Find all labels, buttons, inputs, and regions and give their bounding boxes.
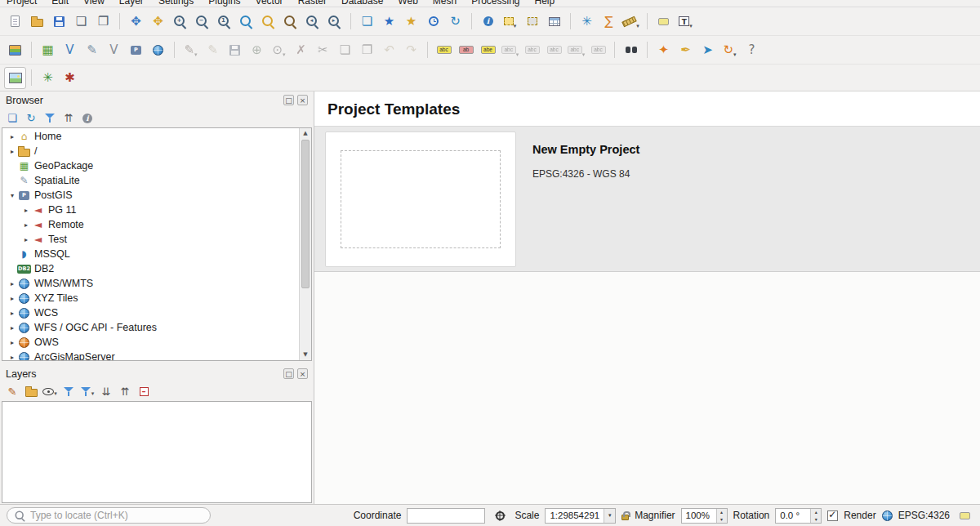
browser-item-wfs-ogc-api[interactable]: ▸WFS / OGC API - Features	[2, 320, 299, 335]
save-project-button[interactable]	[48, 11, 70, 33]
toggle-editing-button[interactable]: ✎	[202, 39, 224, 61]
browser-item-arcgis-map-server[interactable]: ▸ArcGisMapServer	[2, 350, 299, 360]
expander-icon[interactable]: ▸	[21, 236, 31, 243]
zoom-native-button[interactable]	[213, 11, 235, 33]
undo-button[interactable]: ↶	[378, 39, 400, 61]
zoom-last-button[interactable]	[301, 11, 323, 33]
extents-button[interactable]	[491, 506, 509, 524]
layer-labeling-button[interactable]	[433, 39, 455, 61]
add-group-button[interactable]	[22, 383, 40, 400]
filter-by-expression-button[interactable]: ▾	[78, 383, 96, 400]
manage-map-themes-button[interactable]: ▾	[41, 383, 59, 400]
browser-item-wms-wmts[interactable]: ▸WMS/WMTS	[2, 276, 299, 291]
float-panel-button[interactable]: □	[283, 95, 294, 105]
lock-scale-icon[interactable]	[621, 515, 629, 520]
close-panel-button[interactable]: ×	[297, 368, 308, 379]
magnifier-spinner[interactable]: 100% ▴▾	[681, 508, 728, 524]
current-edits-button[interactable]: ✎▾	[180, 39, 202, 61]
menu-project[interactable]: Project	[7, 0, 37, 7]
plugin-tool-1-button[interactable]: ✳	[37, 67, 59, 89]
expander-icon[interactable]: ▸	[7, 295, 17, 302]
menu-view[interactable]: View	[83, 0, 105, 7]
add-selected-layers-button[interactable]: ❏	[3, 109, 21, 127]
add-wms-layer-button[interactable]	[147, 39, 169, 61]
browser-item-home[interactable]: ▸⌂Home	[2, 129, 299, 144]
highlight-pinned-labels-button[interactable]	[477, 39, 499, 61]
run-model-button[interactable]: ➤	[697, 39, 719, 61]
browser-scrollbar[interactable]: ▲ ▼	[299, 128, 311, 360]
temporal-controller-button[interactable]	[422, 11, 444, 33]
python-console-button[interactable]: ✒	[675, 39, 697, 61]
browser-item-spatialite[interactable]: ✎SpatiaLite	[2, 173, 299, 188]
open-project-button[interactable]	[26, 11, 48, 33]
zoom-to-layer-button[interactable]	[279, 11, 301, 33]
locate-box[interactable]	[7, 507, 211, 524]
browser-item-wcs[interactable]: ▸WCS	[2, 305, 299, 320]
new-spatialite-layer-button[interactable]: ✎	[81, 39, 103, 61]
cut-features-button[interactable]: ✂	[312, 39, 334, 61]
browser-item-xyz-tiles[interactable]: ▸XYZ Tiles	[2, 291, 299, 305]
expander-icon[interactable]: ▸	[7, 354, 17, 361]
filter-legend-button[interactable]	[60, 383, 78, 400]
browser-item-postgis[interactable]: ▾PostGIS	[2, 188, 299, 203]
text-annotation-button[interactable]: ▾	[675, 11, 697, 33]
expander-icon[interactable]: ▸	[7, 133, 17, 140]
statistics-summary-button[interactable]: ∑	[598, 11, 620, 33]
menu-database[interactable]: Database	[341, 0, 383, 7]
zoom-in-button[interactable]	[169, 11, 191, 33]
close-panel-button[interactable]: ×	[297, 95, 308, 105]
collapse-all-layers-button[interactable]: ⇈	[116, 383, 134, 400]
render-checkbox[interactable]	[827, 510, 838, 521]
browser-item-root[interactable]: ▸/	[2, 144, 299, 158]
move-label-button[interactable]	[543, 39, 565, 61]
paste-features-button[interactable]: ❐	[356, 39, 378, 61]
collapse-all-button[interactable]: ⇈	[60, 109, 78, 127]
redo-button[interactable]: ↷	[400, 39, 422, 61]
expander-icon[interactable]: ▸	[7, 148, 17, 155]
deselect-features-button[interactable]	[521, 11, 543, 33]
show-bookmarks-button[interactable]: ★	[378, 11, 400, 33]
new-bookmark-button[interactable]: ★	[400, 11, 422, 33]
change-label-properties-button[interactable]	[587, 39, 609, 61]
expander-icon[interactable]: ▾	[7, 192, 17, 199]
menu-mesh[interactable]: Mesh	[433, 0, 457, 7]
osm-place-search-button[interactable]	[620, 39, 642, 61]
plugin-reloader-button[interactable]: ↻▾	[719, 39, 741, 61]
show-layout-manager-button[interactable]: ❐	[92, 11, 114, 33]
menu-web[interactable]: Web	[398, 0, 417, 7]
browser-item-db2[interactable]: DB2	[2, 261, 299, 276]
plugin-tool-2-button[interactable]: ✱	[59, 67, 81, 89]
locate-input[interactable]	[30, 510, 203, 521]
chevron-down-icon[interactable]: ▾	[604, 509, 615, 523]
save-layer-edits-button[interactable]	[224, 39, 246, 61]
browser-item-test[interactable]: ▸◄Test	[2, 232, 299, 247]
browser-item-mssql[interactable]: ◗MSSQL	[2, 247, 299, 261]
expander-icon[interactable]: ▸	[7, 280, 17, 288]
expand-all-button[interactable]: ⇊	[97, 383, 115, 400]
expander-icon[interactable]: ▸	[7, 324, 17, 332]
layers-list[interactable]	[2, 401, 312, 503]
scrollbar-thumb[interactable]	[301, 140, 310, 288]
menu-help[interactable]: Help	[535, 0, 555, 7]
messages-button[interactable]	[956, 506, 973, 524]
new-map-view-button[interactable]: ❏	[356, 11, 378, 33]
pan-map-button[interactable]: ✥	[125, 11, 147, 33]
spin-up-icon[interactable]: ▴	[811, 509, 821, 516]
identify-features-button[interactable]	[477, 11, 499, 33]
new-virtual-layer-button[interactable]: V	[103, 39, 125, 61]
open-attribute-table-button[interactable]	[543, 11, 565, 33]
map-tips-button[interactable]	[653, 11, 675, 33]
select-features-button[interactable]: ▾	[499, 11, 521, 33]
add-postgis-layer-button[interactable]	[125, 39, 147, 61]
menu-raster[interactable]: Raster	[298, 0, 327, 7]
menu-edit[interactable]: Edit	[51, 0, 69, 7]
processing-toolbox-button[interactable]: ✳	[576, 11, 598, 33]
zoom-to-selection-button[interactable]	[257, 11, 279, 33]
scroll-up-icon[interactable]: ▲	[300, 128, 311, 139]
expander-icon[interactable]: ▸	[21, 221, 31, 229]
style-manager-button[interactable]: ✦	[653, 39, 675, 61]
browser-item-geopackage[interactable]: ▦GeoPackage	[2, 158, 299, 173]
rotation-spinner[interactable]: 0.0 ° ▴▾	[775, 508, 822, 524]
expander-icon[interactable]: ▸	[21, 207, 31, 214]
crs-status[interactable]: EPSG:4326	[898, 510, 950, 521]
